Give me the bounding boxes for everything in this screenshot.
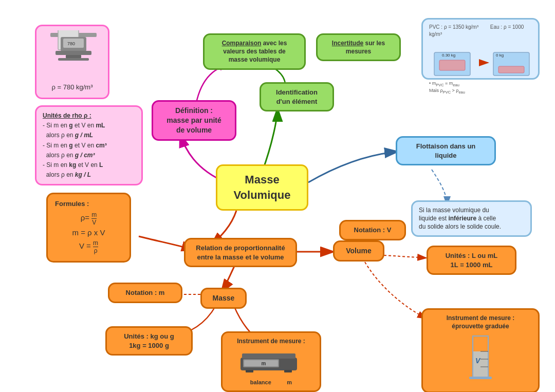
svg-text:0.30 kg: 0.30 kg: [442, 53, 455, 58]
node-instrument-volume: Instrument de mesure :éprouvette graduée…: [421, 308, 540, 392]
svg-rect-28: [469, 377, 492, 379]
unites-rho-2: - Si m en g et V en cm³: [43, 142, 107, 149]
definition-label: Définition :masse par unitéde volume: [166, 106, 221, 134]
unites-masse-label: Unités : kg ou g1kg = 1000 g: [124, 332, 174, 349]
node-identification: Identificationd'un élément: [260, 82, 334, 111]
node-unites-v: Unités : L ou mL1L = 1000 mL: [427, 246, 516, 275]
node-volume: Volume: [333, 240, 384, 262]
node-image-pvc: PVC : ρ = 1350 kg/m³ Eau : ρ = 1000 kg/m…: [421, 18, 540, 80]
svg-rect-34: [284, 370, 292, 372]
flottaison-detail-label: Si la masse volumique duliquide est infé…: [419, 207, 501, 230]
incertitude-label: Incertitude sur lesmesures: [332, 40, 385, 55]
node-definition: Définition :masse par unitéde volume: [152, 100, 236, 141]
node-proportionnalite: Relation de proportionnalitéentre la mas…: [184, 238, 297, 267]
scale-illustration: 1 m³ 780: [43, 30, 104, 79]
masse-label: Masse: [213, 294, 235, 302]
svg-text:0 kg: 0 kg: [496, 53, 504, 58]
node-comparaison: Comparaison avec lesvaleurs des tables d…: [203, 33, 306, 70]
cylinder-illustration: V: [465, 333, 496, 385]
formulas-title: Formules :: [55, 199, 122, 209]
svg-rect-33: [246, 370, 253, 372]
node-unites-masse: Unités : kg ou g1kg = 1000 g: [105, 326, 193, 356]
pvc-eau-illustration: 0.30 kg 0 kg: [429, 40, 532, 81]
mind-map-canvas: Masse Volumique Définition :masse par un…: [0, 0, 555, 392]
identification-label: Identificationd'un élément: [276, 88, 318, 105]
svg-rect-21: [58, 58, 89, 61]
unites-rho-3b: alors ρ en kg / L: [43, 171, 91, 178]
notation-m-label: Notation : m: [126, 289, 165, 296]
instrument-volume-label: Instrument de mesure :éprouvette graduée: [429, 314, 532, 330]
svg-text:m: m: [261, 361, 266, 366]
node-flottaison-detail: Si la masse volumique duliquide est infé…: [411, 200, 532, 237]
unites-rho-1: - Si m en g et V en mL: [43, 122, 105, 129]
unites-v-label: Unités : L ou mL1L = 1000 mL: [446, 252, 498, 269]
flottaison-label: Flottaison dans unliquide: [416, 142, 476, 159]
formula-rho: ρ= mV: [55, 212, 122, 226]
node-unites-rho: Unités de rho ρ : - Si m en g et V en mL…: [35, 105, 143, 185]
node-incertitude: Incertitude sur lesmesures: [316, 33, 401, 61]
node-instrument-masse: Instrument de mesure : m balance m: [221, 331, 321, 392]
comparaison-label: Comparaison avec lesvaleurs des tables d…: [222, 40, 287, 63]
node-notation-v: Notation : V: [339, 220, 406, 240]
instrument-masse-label: Instrument de mesure :: [229, 337, 313, 345]
proportionnalite-label: Relation de proportionnalitéentre la mas…: [196, 244, 285, 261]
node-image-scale: 1 m³ 780 ρ = 780 kg/m³: [35, 25, 109, 99]
node-central: Masse Volumique: [216, 164, 308, 211]
unites-rho-3: - Si m en kg et V en L: [43, 161, 103, 169]
node-masse: Masse: [200, 288, 247, 309]
node-formulas: Formules : ρ= mV m = ρ x V V = mρ: [46, 193, 131, 263]
notation-v-label: Notation : V: [354, 226, 392, 234]
central-label: Masse Volumique: [224, 172, 301, 202]
svg-rect-32: [242, 353, 295, 359]
volume-label: Volume: [346, 247, 372, 255]
balance-illustration: m: [238, 347, 305, 376]
svg-rect-11: [498, 66, 524, 73]
svg-rect-20: [66, 55, 81, 58]
svg-rect-7: [439, 60, 465, 70]
unites-rho-title: Unités de rho ρ :: [43, 112, 91, 119]
unites-rho-2b: alors ρ en g / cm³: [43, 152, 95, 159]
svg-text:780: 780: [67, 41, 75, 46]
unites-rho-1b: alors ρ en g / mL: [43, 132, 93, 139]
svg-rect-19: [55, 51, 91, 55]
formula-m: m = ρ x V: [55, 228, 122, 238]
formula-v: V = mρ: [55, 240, 122, 254]
node-notation-m: Notation : m: [108, 283, 182, 303]
node-flottaison: Flottaison dans unliquide: [396, 136, 496, 165]
